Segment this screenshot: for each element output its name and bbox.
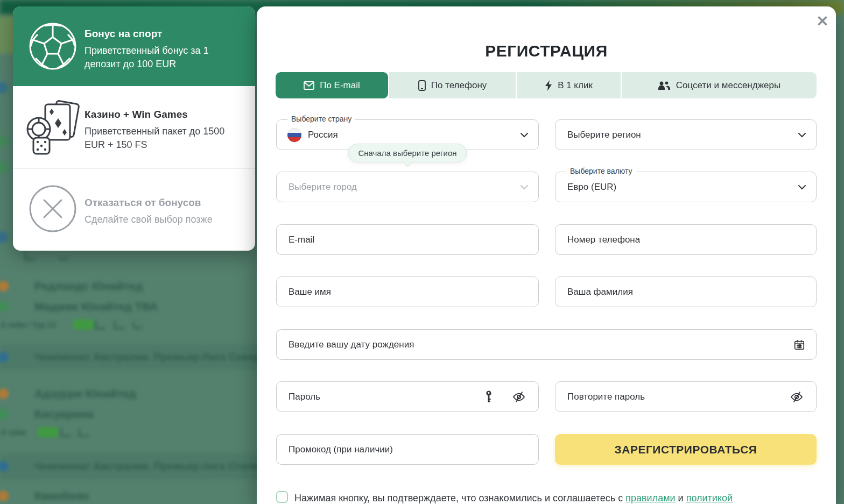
people-icon [658,81,671,90]
agreement-checkbox[interactable] [276,491,288,503]
bg-team-name: Касуарина [34,408,94,421]
password-field-wrap [276,381,539,412]
bg-team-name: Редландс Юнайтед [34,280,143,293]
tab-label: Соцсети и мессенджеры [676,80,780,91]
phone-field-wrap [555,224,817,255]
team-logo [0,281,9,292]
city-placeholder: Выберите город [289,182,357,193]
agreement-conjunction: и [676,493,686,503]
last-name-field-wrap [555,276,817,307]
bar-chart-icon [95,321,105,329]
bonus-option-title: Отказаться от бонусов [85,197,201,209]
close-icon[interactable]: ✕ [814,13,831,30]
stats-icon [114,321,125,329]
email-icon [304,81,314,90]
chevron-down-icon [798,132,806,138]
bg-league-name: Чемпионат Австралии. Премьер-Лига Северн [34,351,266,363]
calendar-icon[interactable] [793,339,805,351]
bonus-option-title: Бонус на спорт [85,28,162,40]
phone-icon [418,80,426,91]
bar-chart-icon [60,428,71,437]
team-logo [0,388,9,399]
tab-email[interactable]: По E-mail [276,72,388,98]
bonus-option-description: Сделайте свой выбор позже [85,213,241,226]
password-repeat-field-wrap [555,381,817,412]
bonus-option-sport[interactable]: Бонус на спорт Приветственный бонус за 1… [13,6,255,86]
star-icon [132,321,143,329]
tab-one-click[interactable]: В 1 клик [517,72,621,98]
password-repeat-input[interactable] [567,382,785,411]
background-sport-icon [0,82,8,94]
city-tooltip: Сначала выберите регион [348,144,467,162]
decline-icon [28,184,78,233]
region-select[interactable]: Выберите регион [555,119,817,150]
football-icon [28,22,78,71]
tab-phone[interactable]: По телефону [389,72,516,98]
first-name-input[interactable] [289,277,518,307]
birthdate-field-wrap [276,329,817,360]
agreement-text-before: Нажимая кнопку, вы подтверждаете, что оз… [294,493,625,503]
modal-title: РЕГИСТРАЦИЯ [257,42,836,60]
bar-chart-icon [25,252,36,260]
lightning-icon [545,80,552,91]
email-input[interactable] [289,225,518,254]
star-icon [58,252,69,260]
currency-value: Евро (EUR) [567,182,616,193]
last-name-input[interactable] [567,277,796,307]
bg-team-name: Адзурри Юнайтед [34,387,136,400]
registration-modal: ✕ РЕГИСТРАЦИЯ По E-mail По телефону В 1 … [257,6,836,504]
live-badge [38,427,58,437]
tab-label: В 1 клик [558,80,593,91]
bg-league-name: Чемпионат Австралии. Премьер-лига Столич… [34,460,271,472]
country-label: Выберите страну [287,115,355,123]
eye-slash-icon[interactable] [790,391,803,403]
key-icon [486,391,492,403]
tab-social[interactable]: Соцсети и мессенджеры [622,72,817,98]
bg-team-name: Квинбеян [34,489,89,502]
chevron-down-icon [520,132,529,138]
stats-icon [79,428,89,437]
bg-match-meta: й тайм [1,428,26,437]
team-logo [0,409,9,420]
currency-label: Выберите валюту [566,167,636,175]
bonus-option-description: Приветственный бонус за 1 депозит до 100… [85,44,241,71]
russia-flag-icon [287,128,301,142]
live-badge [73,320,94,330]
casino-icon [26,99,80,155]
agreement-text: Нажимая кнопку, вы подтверждаете, что оз… [294,492,819,504]
eye-slash-icon[interactable] [512,391,525,403]
promo-field-wrap [276,434,539,465]
register-button[interactable]: ЗАРЕГИСТРИРОВАТЬСЯ [555,434,817,465]
birthdate-input[interactable] [289,330,796,359]
background-sport-icon [0,136,8,147]
chevron-down-icon [798,184,806,190]
bonus-selector-panel: Бонус на спорт Приветственный бонус за 1… [13,6,255,251]
background-sport-icon [0,161,8,173]
tab-label: По телефону [431,80,487,91]
first-name-field-wrap [276,276,539,307]
password-input[interactable] [289,382,480,411]
tab-label: По E-mail [320,80,360,91]
chevron-down-icon [520,184,529,190]
background-sport-icon [0,231,8,243]
bonus-option-title: Казино + Win Games [85,109,188,120]
bonus-option-description: Приветственный пакет до 1500 EUR + 150 F… [85,125,241,152]
bonus-option-decline[interactable]: Отказаться от бонусов Сделайте свой выбо… [13,168,255,251]
bg-match-meta: й тайм / Тур 13 [1,321,55,329]
currency-select[interactable]: Выберите валюту Евро (EUR) [555,172,817,202]
promo-input[interactable] [289,435,518,464]
bonus-option-casino[interactable]: Казино + Win Games Приветственный пакет … [13,86,255,168]
rules-link[interactable]: правилами [625,493,675,503]
team-logo [0,301,9,312]
page: Редландс Юнайтед Маджик Юнайтед ТВА й та… [0,0,844,504]
policy-link[interactable]: политикой [686,493,733,503]
team-logo [0,491,9,501]
email-field-wrap [276,224,539,255]
region-placeholder: Выберите регион [567,130,641,140]
registration-tabs: По E-mail По телефону В 1 клик [276,72,817,98]
phone-input[interactable] [567,225,796,254]
city-select[interactable]: Выберите город [276,172,539,202]
bg-team-name: Маджик Юнайтед ТВА [34,300,158,313]
country-value: Россия [308,130,338,140]
